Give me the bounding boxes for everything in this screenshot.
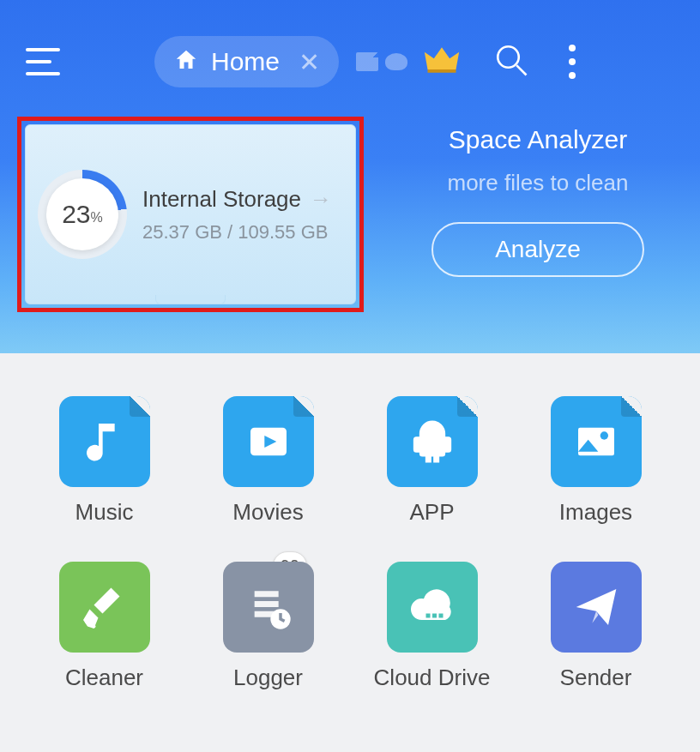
- cleaner-icon: [59, 562, 150, 653]
- tile-label: Cloud Drive: [367, 665, 497, 691]
- inactive-tabs: [356, 52, 407, 71]
- storage-title: Internal Storage: [142, 186, 301, 213]
- home-tab-label: Home: [211, 47, 280, 76]
- analyzer-title: Space Analyzer: [398, 125, 678, 154]
- search-icon[interactable]: [493, 42, 529, 81]
- tile-label: Cleaner: [39, 665, 169, 691]
- svg-line-1: [516, 65, 526, 75]
- storage-percent-number: 23: [62, 200, 90, 229]
- home-icon: [173, 47, 199, 76]
- tile-label: Sender: [531, 665, 661, 691]
- storage-highlight-box: 23 % Internal Storage → 25.37 GB / 109.5…: [17, 117, 364, 312]
- menu-icon[interactable]: [26, 48, 60, 75]
- home-tab[interactable]: Home ✕: [154, 36, 339, 87]
- tile-movies[interactable]: Movies: [203, 396, 333, 526]
- tile-sender[interactable]: Sender: [531, 562, 661, 691]
- sdcard-icon[interactable]: [356, 52, 378, 71]
- space-analyzer-panel: Space Analyzer more files to clean Analy…: [398, 117, 678, 312]
- svg-point-4: [600, 431, 607, 439]
- tile-music[interactable]: Music: [39, 396, 169, 526]
- cloud-drive-icon: [387, 562, 478, 653]
- cloud-icon[interactable]: [385, 53, 407, 70]
- tile-label: APP: [367, 499, 497, 526]
- tile-cleaner[interactable]: Cleaner: [39, 562, 169, 691]
- svg-point-6: [92, 625, 95, 629]
- music-icon: [59, 396, 150, 487]
- category-grid: Music Movies APP Images Cleaner 90 Logge…: [0, 353, 700, 691]
- toolbar: Home ✕: [0, 0, 700, 94]
- chevron-right-icon: →: [310, 186, 332, 213]
- hero-row: 23 % Internal Storage → 25.37 GB / 109.5…: [0, 94, 700, 312]
- svg-rect-9: [432, 614, 437, 618]
- images-icon: [551, 396, 642, 487]
- storage-info: Internal Storage → 25.37 GB / 109.55 GB: [142, 186, 343, 244]
- storage-usage-ring: 23 %: [38, 170, 127, 259]
- internal-storage-card[interactable]: 23 % Internal Storage → 25.37 GB / 109.5…: [25, 124, 356, 304]
- movies-icon: [223, 396, 314, 487]
- tile-label: Logger: [203, 665, 333, 691]
- storage-usage-text: 25.37 GB / 109.55 GB: [142, 221, 343, 244]
- analyze-button[interactable]: Analyze: [431, 222, 644, 277]
- tile-label: Movies: [203, 499, 333, 526]
- svg-point-5: [85, 620, 89, 624]
- crown-icon[interactable]: [423, 41, 461, 82]
- analyzer-subtitle: more files to clean: [398, 170, 678, 196]
- tile-label: Images: [531, 499, 661, 526]
- storage-percent-symbol: %: [91, 210, 103, 226]
- svg-rect-8: [425, 614, 430, 618]
- tile-images[interactable]: Images: [531, 396, 661, 526]
- tile-label: Music: [39, 499, 169, 526]
- tile-logger[interactable]: 90 Logger: [203, 562, 333, 691]
- more-icon[interactable]: [569, 45, 576, 79]
- svg-point-0: [498, 46, 519, 68]
- close-tab-icon[interactable]: ✕: [299, 47, 320, 77]
- tile-cloud-drive[interactable]: Cloud Drive: [367, 562, 497, 691]
- app-icon: [387, 396, 478, 487]
- header-area: Home ✕ 23 %: [0, 0, 700, 353]
- svg-rect-10: [438, 614, 443, 618]
- tile-app[interactable]: APP: [367, 396, 497, 526]
- logger-icon: [223, 562, 314, 653]
- sender-icon: [551, 562, 642, 653]
